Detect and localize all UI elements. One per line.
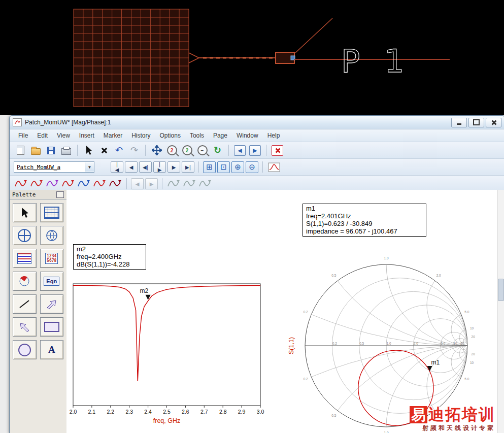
- palette-polar-plot[interactable]: [13, 226, 37, 245]
- circle-icon: [18, 344, 31, 356]
- toolbar-navigation: Patch_MomUW_a ▼ |◀◀◀||▶▶▶| ⊞⊡⊕⊖: [10, 159, 504, 176]
- trace-tool-1-button[interactable]: [166, 177, 181, 191]
- palette-rectangular-plot[interactable]: [40, 203, 64, 222]
- dataset-dropdown-value: Patch_MomUW_a: [17, 164, 60, 171]
- menu-marker[interactable]: Marker: [100, 131, 126, 140]
- page-back-button[interactable]: ◀: [233, 144, 247, 157]
- svg-text:20: 20: [472, 352, 476, 356]
- x-tick-label: 2.0: [70, 409, 77, 415]
- display-page[interactable]: 2.02.12.22.32.42.52.62.72.82.93.0freq, G…: [66, 190, 497, 433]
- s11-db-trace[interactable]: [73, 285, 260, 381]
- port-pin[interactable]: [291, 56, 295, 60]
- zoom-out-2x-button[interactable]: 2: [180, 144, 194, 157]
- menu-file[interactable]: File: [15, 131, 31, 140]
- new-file-button[interactable]: [14, 144, 27, 157]
- menu-edit[interactable]: Edit: [33, 131, 51, 140]
- nav-prev-marked-button[interactable]: ◀: [125, 161, 138, 173]
- menu-history[interactable]: History: [128, 131, 154, 140]
- watermark-logo-block: 易: [410, 406, 427, 423]
- palette-smith-plot[interactable]: [40, 226, 64, 245]
- separator: [162, 178, 162, 189]
- zoom-area-button[interactable]: ⊡: [217, 161, 230, 173]
- palette-list-plot[interactable]: [13, 249, 37, 268]
- feed-taper[interactable]: [189, 53, 199, 63]
- delete-button[interactable]: [97, 144, 111, 157]
- separator: [145, 145, 146, 156]
- zoom-in-button[interactable]: ⊕: [231, 161, 244, 173]
- titlebar[interactable]: Patch_MomUW* [Mag/Phase]:1: [10, 116, 504, 129]
- nav-next-marked-button[interactable]: ▶: [167, 161, 180, 173]
- marker-readout-m1[interactable]: m1freq=2.401GHzS(1,1)=0.623 / -30.849imp…: [303, 204, 426, 237]
- palette-line-tool[interactable]: [13, 294, 37, 314]
- trace-tool-3-button[interactable]: [198, 177, 212, 191]
- menu-options[interactable]: Options: [156, 131, 184, 140]
- save-button[interactable]: [44, 144, 58, 157]
- zoom-select-button[interactable]: −: [195, 144, 209, 157]
- marker-next-button[interactable]: ▶: [145, 178, 158, 189]
- marker-search-button[interactable]: [108, 177, 122, 191]
- marker-readout-m2[interactable]: m2freq=2.400GHzdB(S(1,1))=-4.228: [73, 244, 146, 270]
- close-button[interactable]: [486, 118, 501, 127]
- scrollbar-thumb[interactable]: [498, 279, 504, 301]
- page-forward-button[interactable]: ▶: [248, 144, 262, 157]
- menu-page[interactable]: Page: [210, 131, 231, 140]
- dropdown-arrow-icon[interactable]: ▼: [85, 162, 94, 172]
- zoom-out-button[interactable]: ⊖: [246, 161, 258, 173]
- equation-icon: Eqn: [44, 277, 59, 286]
- antenna-plot-icon: [18, 276, 31, 287]
- palette-pointer[interactable]: [13, 203, 37, 222]
- palette-equation[interactable]: Eqn: [40, 272, 64, 291]
- palette-grid: 12345678EqnA: [10, 199, 66, 363]
- marker-delta-button[interactable]: [45, 177, 59, 191]
- palette-arrow-tool[interactable]: [40, 294, 64, 314]
- marker-prev-button[interactable]: ◀: [131, 178, 144, 189]
- stacked-plot-icon: 12345678: [45, 253, 58, 264]
- x-tick-label: 2.3: [125, 409, 133, 415]
- close-icon: [491, 120, 496, 125]
- palette-antenna-plot[interactable]: [13, 272, 37, 291]
- undo-button[interactable]: ↶: [112, 144, 126, 157]
- palette-polygon-tool[interactable]: [13, 317, 37, 337]
- layout-canvas[interactable]: P 1: [0, 0, 504, 115]
- nav-last-button[interactable]: ▶|: [182, 161, 194, 173]
- marker-smith-button[interactable]: [29, 177, 44, 191]
- nav-prev-button[interactable]: ◀|: [139, 161, 152, 173]
- menu-view[interactable]: View: [53, 131, 74, 140]
- pan-button[interactable]: [150, 144, 163, 157]
- svg-text:1.0: 1.0: [384, 431, 388, 433]
- zoom-in-2x-button[interactable]: 2: [165, 144, 179, 157]
- fit-window-button[interactable]: ⊞: [203, 161, 216, 173]
- marker-peak-button[interactable]: [77, 177, 91, 191]
- trace-squiggle-icon: [61, 179, 75, 189]
- open-file-button[interactable]: [29, 144, 43, 157]
- menu-tools[interactable]: Tools: [186, 131, 208, 140]
- palette-circle-tool[interactable]: [13, 340, 37, 359]
- print-button[interactable]: [59, 144, 73, 157]
- vertical-scrollbar[interactable]: [497, 190, 504, 433]
- redo-button[interactable]: ↷: [127, 144, 141, 157]
- menu-insert[interactable]: Insert: [76, 131, 98, 140]
- refresh-button[interactable]: ↻: [211, 144, 224, 157]
- separator: [228, 145, 229, 156]
- palette-rectangle-tool[interactable]: [40, 317, 64, 337]
- trace-tool-2-button[interactable]: [182, 177, 196, 191]
- marker-line-button[interactable]: [61, 177, 75, 191]
- new-file-icon: [17, 146, 24, 155]
- close-window-button[interactable]: [271, 144, 284, 157]
- palette-pin-button[interactable]: [56, 191, 64, 198]
- separator: [262, 161, 263, 173]
- maximize-button[interactable]: [468, 118, 484, 127]
- nav-next-button[interactable]: |▶: [153, 161, 166, 173]
- dataset-dropdown[interactable]: Patch_MomUW_a ▼: [14, 161, 94, 173]
- open-plot-button[interactable]: [267, 160, 281, 174]
- palette-text-tool[interactable]: A: [40, 340, 64, 359]
- menu-window[interactable]: Window: [233, 131, 262, 140]
- plots-canvas[interactable]: 2.02.12.22.32.42.52.62.72.82.93.0freq, G…: [66, 190, 497, 433]
- marker-new-button[interactable]: [14, 177, 28, 191]
- nav-first-button[interactable]: |◀: [111, 161, 123, 173]
- marker-valley-button[interactable]: [92, 177, 107, 191]
- minimize-button[interactable]: [451, 118, 467, 127]
- pointer-button[interactable]: [82, 144, 95, 157]
- palette-stacked-plot[interactable]: 12345678: [40, 249, 64, 268]
- menu-help[interactable]: Help: [264, 131, 284, 140]
